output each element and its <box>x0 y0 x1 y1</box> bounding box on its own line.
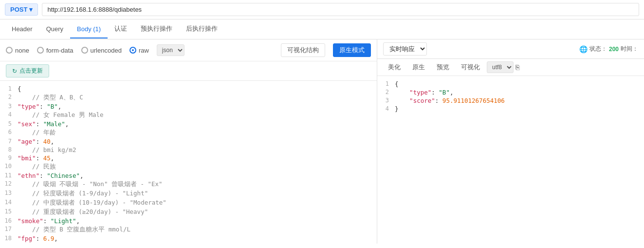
resp-line-3: 3 "score": 95.91101267654106 <box>377 96 644 105</box>
status-code: 200 <box>609 46 619 53</box>
code-line-3: 3 "type": "B", <box>0 102 377 111</box>
encoding-select[interactable]: utf8 <box>487 61 514 73</box>
status-indicator: 🌐 状态： 200 时间： <box>579 45 638 53</box>
body-options-row: none form-data urlencoded raw json 可视化结构… <box>0 39 377 61</box>
option-none-label: none <box>15 47 29 54</box>
method-chevron: ▾ <box>29 6 33 13</box>
time-label: 时间： <box>621 45 638 53</box>
radio-none <box>6 47 13 54</box>
code-line-19: 19 // 类型 C 糖化血红蛋白A1c值 mmol/mo <box>0 243 377 244</box>
copy-button[interactable]: ⎘ <box>515 63 519 71</box>
format-select[interactable]: json <box>157 44 184 56</box>
radio-form-data <box>37 47 44 54</box>
tab-header[interactable]: Header <box>5 20 39 38</box>
raw-mode-btn[interactable]: 原生模式 <box>333 43 371 57</box>
code-line-13: 13 // 轻度吸烟者 (1-9/day) - "Light" <box>0 189 377 198</box>
option-raw[interactable]: raw <box>129 47 149 54</box>
code-line-2: 2 // 类型 A、B、C <box>0 93 377 102</box>
main-tabs: Header Query Body (1) 认证 预执行操作 后执行操作 <box>0 19 644 39</box>
globe-icon: 🌐 <box>579 45 588 53</box>
code-line-4: 4 // 女 Female 男 Male <box>0 111 377 120</box>
code-line-5: 5 "sex": "Male", <box>0 120 377 128</box>
main-layout: none form-data urlencoded raw json 可视化结构… <box>0 39 644 244</box>
code-line-17: 17 // 类型 B 空腹血糖水平 mmol/L <box>0 225 377 234</box>
top-bar: POST ▾ <box>0 0 644 19</box>
option-none[interactable]: none <box>6 47 29 54</box>
right-panel: 实时响应 🌐 状态： 200 时间： 美化 原生 预览 可视化 utf8 ⎘ 1 <box>377 39 644 244</box>
tab-query[interactable]: Query <box>39 20 70 38</box>
tab-body[interactable]: Body (1) <box>70 20 108 38</box>
update-label: 点击更新 <box>19 67 43 75</box>
code-line-18: 18 "fpg": 6.9, <box>0 234 377 243</box>
radio-raw <box>129 47 136 54</box>
code-line-14: 14 // 中度吸烟者 (10-19/day) - "Moderate" <box>0 198 377 208</box>
left-panel: none form-data urlencoded raw json 可视化结构… <box>0 39 377 244</box>
option-urlencoded[interactable]: urlencoded <box>81 47 122 54</box>
code-line-15: 15 // 重度吸烟者 (≥20/day) - "Heavy" <box>0 208 377 217</box>
code-editor[interactable]: 1 { 2 // 类型 A、B、C 3 "type": "B", 4 // 女 … <box>0 81 377 244</box>
tab-post-action[interactable]: 后执行操作 <box>179 19 224 39</box>
tab-beautify[interactable]: 美化 <box>383 61 405 74</box>
resp-line-4: 4 } <box>377 105 644 113</box>
url-input[interactable] <box>42 3 639 16</box>
right-header: 实时响应 🌐 状态： 200 时间： <box>377 39 644 59</box>
tab-pre-action[interactable]: 预执行操作 <box>134 19 179 39</box>
option-raw-label: raw <box>139 47 149 54</box>
status-label: 状态： <box>589 45 607 53</box>
tab-visualize[interactable]: 可视化 <box>456 61 485 74</box>
realtime-select[interactable]: 实时响应 <box>383 42 427 56</box>
code-line-11: 11 "ethn": "Chinese", <box>0 172 377 180</box>
right-tabs-row: 美化 原生 预览 可视化 utf8 ⎘ <box>377 59 644 76</box>
method-selector[interactable]: POST ▾ <box>5 3 38 16</box>
code-line-8: 8 // bmi kg/m2 <box>0 146 377 154</box>
code-line-1: 1 { <box>0 85 377 93</box>
response-code-area: 1 { 2 "type": "B", 3 "score": 95.9110126… <box>377 76 644 244</box>
update-btn-row: ↻ 点击更新 <box>0 61 377 81</box>
visualize-btn[interactable]: 可视化结构 <box>281 43 325 57</box>
code-line-6: 6 // 年龄 <box>0 128 377 137</box>
code-line-9: 9 "bmi": 45, <box>0 154 377 162</box>
radio-urlencoded <box>81 47 88 54</box>
update-icon: ↻ <box>12 68 17 75</box>
resp-line-1: 1 { <box>377 80 644 88</box>
option-form-data-label: form-data <box>46 47 74 54</box>
tab-raw[interactable]: 原生 <box>407 61 430 74</box>
tab-preview[interactable]: 预览 <box>432 61 454 74</box>
code-line-16: 16 "smoke": "Light", <box>0 217 377 225</box>
resp-line-2: 2 "type": "B", <box>377 88 644 96</box>
option-form-data[interactable]: form-data <box>37 47 74 54</box>
code-line-12: 12 // 吸烟 不吸烟 - "Non" 曾吸烟者 - "Ex" <box>0 180 377 189</box>
code-line-10: 10 // 民族 <box>0 162 377 172</box>
method-label: POST <box>10 6 27 13</box>
code-line-7: 7 "age": 40, <box>0 137 377 146</box>
tab-auth[interactable]: 认证 <box>108 19 134 39</box>
update-button[interactable]: ↻ 点击更新 <box>6 64 49 77</box>
option-urlencoded-label: urlencoded <box>91 47 122 54</box>
